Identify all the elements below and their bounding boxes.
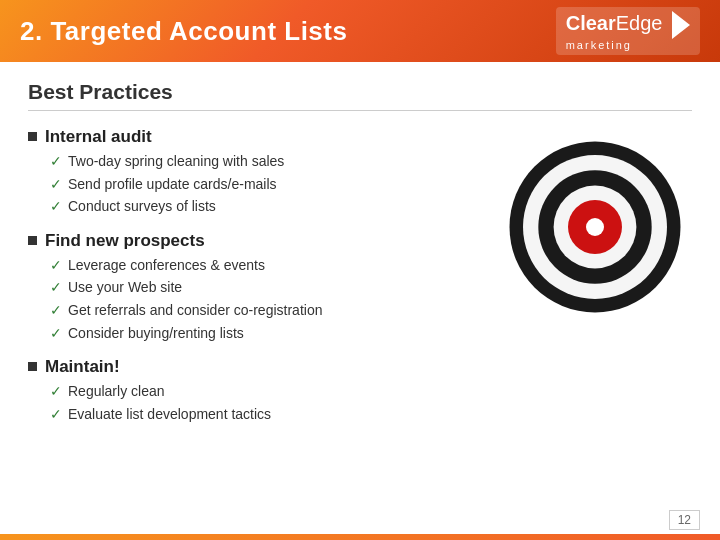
- page-number: 12: [669, 510, 700, 530]
- main-layout: Internal audit ✓ Two-day spring cleaning…: [28, 127, 692, 438]
- bullet-square-icon: [28, 132, 37, 141]
- checkmark-icon: ✓: [50, 198, 62, 214]
- logo-arrow-icon: [672, 11, 690, 39]
- bullet-square-icon: [28, 362, 37, 371]
- list-item: ✓ Use your Web site: [50, 278, 477, 298]
- checkmark-icon: ✓: [50, 279, 62, 295]
- bullets-section: Internal audit ✓ Two-day spring cleaning…: [28, 127, 477, 438]
- sub-bullet-text: Leverage conferences & events: [68, 256, 265, 276]
- sub-bullet-text: Get referrals and consider co-registrati…: [68, 301, 322, 321]
- header-bar: 2. Targeted Account Lists ClearEdge mark…: [0, 0, 720, 62]
- list-item: ✓ Conduct surveys of lists: [50, 197, 477, 217]
- bullet-main-maintain: Maintain!: [28, 357, 477, 377]
- slide-title: 2. Targeted Account Lists: [20, 16, 347, 47]
- sub-bullet-text: Two-day spring cleaning with sales: [68, 152, 284, 172]
- bullet-main-label-prospects: Find new prospects: [45, 231, 205, 251]
- bullet-main-label-internal: Internal audit: [45, 127, 152, 147]
- target-bullseye-icon: [505, 137, 685, 317]
- svg-point-5: [586, 218, 604, 236]
- checkmark-icon: ✓: [50, 383, 62, 399]
- sub-bullet-text: Consider buying/renting lists: [68, 324, 244, 344]
- checkmark-icon: ✓: [50, 302, 62, 318]
- logo-text: ClearEdge: [566, 11, 690, 39]
- section-title: Best Practices: [28, 80, 692, 111]
- list-item: ✓ Send profile update cards/e-mails: [50, 175, 477, 195]
- list-item: ✓ Regularly clean: [50, 382, 477, 402]
- bullet-main-internal: Internal audit: [28, 127, 477, 147]
- bullet-group-maintain: Maintain! ✓ Regularly clean ✓ Evaluate l…: [28, 357, 477, 424]
- logo-clear: Clear: [566, 12, 616, 34]
- list-item: ✓ Consider buying/renting lists: [50, 324, 477, 344]
- sub-bullets-internal: ✓ Two-day spring cleaning with sales ✓ S…: [50, 152, 477, 217]
- checkmark-icon: ✓: [50, 153, 62, 169]
- bullet-main-label-maintain: Maintain!: [45, 357, 120, 377]
- sub-bullets-prospects: ✓ Leverage conferences & events ✓ Use yo…: [50, 256, 477, 343]
- checkmark-icon: ✓: [50, 325, 62, 341]
- logo-edge: Edge: [616, 12, 663, 34]
- sub-bullet-text: Send profile update cards/e-mails: [68, 175, 277, 195]
- slide: 2. Targeted Account Lists ClearEdge mark…: [0, 0, 720, 540]
- sub-bullet-text: Use your Web site: [68, 278, 182, 298]
- bullet-group-internal: Internal audit ✓ Two-day spring cleaning…: [28, 127, 477, 217]
- logo: ClearEdge marketing: [566, 11, 690, 51]
- bottom-strip: [0, 534, 720, 540]
- sub-bullet-text: Regularly clean: [68, 382, 165, 402]
- list-item: ✓ Evaluate list development tactics: [50, 405, 477, 425]
- logo-area: ClearEdge marketing: [556, 7, 700, 55]
- checkmark-icon: ✓: [50, 406, 62, 422]
- sub-bullet-text: Evaluate list development tactics: [68, 405, 271, 425]
- list-item: ✓ Leverage conferences & events: [50, 256, 477, 276]
- bullet-square-icon: [28, 236, 37, 245]
- sub-bullet-text: Conduct surveys of lists: [68, 197, 216, 217]
- target-image-area: [497, 127, 692, 438]
- main-content: Best Practices Internal audit ✓ Two-day …: [0, 62, 720, 448]
- checkmark-icon: ✓: [50, 257, 62, 273]
- list-item: ✓ Two-day spring cleaning with sales: [50, 152, 477, 172]
- checkmark-icon: ✓: [50, 176, 62, 192]
- bullet-main-prospects: Find new prospects: [28, 231, 477, 251]
- list-item: ✓ Get referrals and consider co-registra…: [50, 301, 477, 321]
- logo-sub: marketing: [566, 39, 690, 51]
- sub-bullets-maintain: ✓ Regularly clean ✓ Evaluate list develo…: [50, 382, 477, 424]
- bullet-group-prospects: Find new prospects ✓ Leverage conference…: [28, 231, 477, 343]
